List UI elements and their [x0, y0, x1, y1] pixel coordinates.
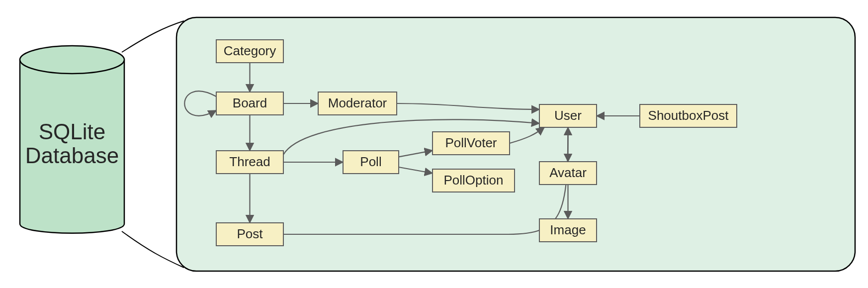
- node-image-label: Image: [550, 222, 586, 237]
- node-avatar-label: Avatar: [549, 165, 587, 180]
- node-post-label: Post: [237, 226, 263, 241]
- connector-bottom: [122, 231, 184, 268]
- diagram-canvas: SQLite Database CategoryBoardThreadPostM…: [0, 0, 868, 288]
- connector-top: [122, 21, 184, 52]
- node-moderator-label: Moderator: [328, 96, 387, 110]
- node-user: User: [539, 104, 597, 127]
- node-pollvoter-label: PollVoter: [445, 135, 497, 150]
- node-thread-label: Thread: [229, 154, 270, 169]
- node-shoutboxpost: ShoutboxPost: [640, 104, 737, 127]
- database-label-line2: Database: [25, 143, 119, 168]
- database-cylinder: SQLite Database: [20, 46, 124, 233]
- node-avatar: Avatar: [539, 162, 597, 185]
- svg-point-0: [20, 46, 124, 74]
- database-label-line1: SQLite: [39, 119, 106, 144]
- node-category: Category: [216, 40, 283, 63]
- node-user-label: User: [554, 108, 582, 123]
- node-poll-label: Poll: [360, 154, 381, 169]
- node-pollvoter: PollVoter: [433, 132, 510, 155]
- node-category-label: Category: [224, 43, 276, 58]
- node-polloption-label: PollOption: [444, 173, 504, 188]
- node-thread: Thread: [216, 151, 283, 174]
- node-image: Image: [539, 219, 597, 242]
- node-poll: Poll: [343, 151, 399, 174]
- node-post: Post: [216, 223, 283, 246]
- node-board: Board: [216, 92, 283, 115]
- node-shoutboxpost-label: ShoutboxPost: [648, 108, 729, 123]
- node-board-label: Board: [233, 96, 267, 110]
- node-moderator: Moderator: [318, 92, 397, 115]
- node-polloption: PollOption: [433, 169, 515, 192]
